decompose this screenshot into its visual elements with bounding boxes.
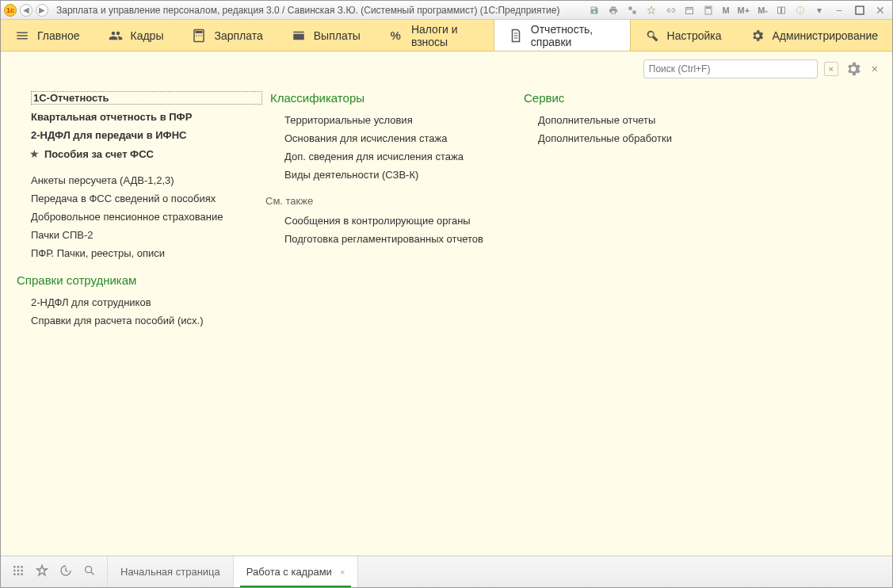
menu-icon	[15, 29, 29, 43]
main-nav: Главное Кадры Зарплата Выплаты % Налоги …	[1, 20, 892, 52]
link-extra-reports[interactable]: Дополнительные отчеты	[538, 114, 761, 126]
nav-label: Выплаты	[314, 29, 361, 42]
nav-main[interactable]: Главное	[1, 20, 94, 51]
link-territorial[interactable]: Территориальные условия	[284, 114, 516, 126]
svg-rect-9	[196, 31, 203, 33]
nav-label: Налоги и взносы	[411, 23, 479, 48]
column-classifiers: Классификаторы Территориальные условия О…	[270, 91, 516, 245]
link-fss-transfer[interactable]: Передача в ФСС сведений о пособиях	[31, 193, 262, 204]
toolbar-print-icon[interactable]	[606, 4, 620, 17]
toolbar-dropdown-icon[interactable]: ▾	[812, 4, 826, 17]
toolbar-calc-icon[interactable]	[701, 4, 716, 17]
nav-label: Зарплата	[214, 29, 262, 42]
link-extra-processing[interactable]: Дополнительные обработки	[538, 132, 761, 144]
search-clear-button[interactable]: ×	[824, 62, 838, 76]
column-reports: 1С-Отчетность Квартальная отчетность в П…	[17, 91, 262, 326]
svg-rect-4	[782, 7, 785, 13]
svg-text:%: %	[390, 29, 400, 42]
window-minimize-button[interactable]: –	[831, 4, 847, 17]
svg-point-10	[197, 35, 198, 36]
link-voluntary-pension[interactable]: Добровольное пенсионное страхование	[31, 211, 262, 223]
toolbar-link-icon[interactable]	[663, 4, 677, 17]
nav-admin[interactable]: Администрирование	[736, 20, 893, 51]
svg-point-19	[21, 570, 23, 572]
search-input[interactable]	[647, 63, 814, 75]
wallet-icon	[292, 29, 306, 43]
panel-close-button[interactable]: ×	[868, 63, 881, 75]
search-icon[interactable]	[83, 564, 96, 579]
wrench-icon	[645, 29, 659, 43]
nav-taxes[interactable]: % Налоги и взносы	[375, 20, 494, 51]
link-activity-szvk[interactable]: Виды деятельности (СЗВ-К)	[284, 169, 516, 181]
toolbar-panels-icon[interactable]	[774, 4, 788, 17]
toolbar-mplus-button[interactable]: M+	[736, 4, 752, 17]
link-tenure-grounds[interactable]: Основания для исчисления стажа	[284, 132, 516, 144]
link-tenure-extra[interactable]: Доп. сведения для исчисления стажа	[284, 151, 516, 162]
nav-label: Настройка	[667, 29, 722, 42]
svg-text:i: i	[800, 7, 800, 13]
gear-icon	[750, 29, 765, 43]
svg-rect-2	[706, 7, 711, 9]
svg-rect-3	[778, 7, 781, 13]
apps-icon[interactable]	[12, 564, 25, 579]
nav-label: Отчетность, справки	[531, 23, 616, 48]
toolbar-save-icon[interactable]	[587, 4, 601, 17]
nav-back-icon[interactable]: ◀	[20, 4, 32, 17]
tab-label: Начальная страница	[120, 566, 220, 578]
star-icon: ★	[29, 147, 40, 160]
tab-start-page[interactable]: Начальная страница	[108, 556, 234, 587]
window-close-button[interactable]: ✕	[872, 4, 888, 17]
svg-point-12	[201, 35, 203, 36]
nav-label: Кадры	[131, 29, 164, 42]
link-2ndfl-employees[interactable]: 2-НДФЛ для сотрудников	[31, 296, 262, 308]
link-spv2[interactable]: Пачки СПВ-2	[31, 229, 262, 241]
favorite-icon[interactable]	[36, 564, 48, 579]
nav-settings[interactable]: Настройка	[631, 20, 736, 51]
nav-payments[interactable]: Выплаты	[277, 20, 375, 51]
window-titlebar: 1c ◀ ▶ Зарплата и управление персоналом,…	[1, 1, 892, 20]
toolbar-info-icon[interactable]: i	[793, 4, 807, 17]
tab-hr-work[interactable]: Работа с кадрами ×	[234, 556, 359, 587]
svg-point-15	[17, 566, 20, 568]
nav-salary[interactable]: Зарплата	[177, 20, 277, 51]
document-icon	[509, 29, 523, 43]
link-2ndfl-ifns[interactable]: 2-НДФЛ для передачи в ИФНС	[31, 129, 262, 141]
toolbar-favorite-icon[interactable]	[644, 4, 658, 17]
calculator-icon	[192, 29, 206, 43]
toolbar-mminus-button[interactable]: M-	[756, 4, 769, 17]
svg-point-21	[17, 573, 20, 575]
link-benefit-refs[interactable]: Справки для расчета пособий (исх.)	[31, 315, 262, 326]
link-regulated-reports[interactable]: Подготовка регламентированных отчетов	[284, 233, 516, 245]
svg-point-22	[21, 573, 23, 575]
section-classifiers: Классификаторы	[270, 91, 516, 105]
section-employee-refs: Справки сотрудникам	[17, 273, 262, 287]
svg-point-17	[13, 570, 16, 572]
column-service: Сервис Дополнительные отчеты Дополнитель…	[524, 91, 761, 144]
svg-point-18	[17, 570, 20, 572]
link-1c-reporting[interactable]: 1С-Отчетность	[31, 91, 262, 105]
link-pfr-packs[interactable]: ПФР. Пачки, реестры, описи	[31, 247, 262, 259]
nav-forward-icon[interactable]: ▶	[36, 4, 48, 17]
link-adv-forms[interactable]: Анкеты персучета (АДВ-1,2,3)	[31, 174, 262, 186]
tab-close-icon[interactable]: ×	[340, 567, 345, 577]
nav-reports[interactable]: Отчетность, справки	[494, 20, 631, 51]
link-fss-benefits[interactable]: Пособия за счет ФСС	[44, 148, 154, 160]
window-maximize-button[interactable]	[852, 4, 868, 17]
content-area: × × 1С-Отчетность Квартальная отчетность…	[1, 52, 892, 556]
nav-personnel[interactable]: Кадры	[94, 20, 178, 51]
svg-point-20	[13, 573, 16, 575]
search-box[interactable]	[643, 59, 818, 78]
nav-label: Главное	[37, 29, 80, 42]
link-authority-msgs[interactable]: Сообщения в контролирующие органы	[284, 215, 516, 227]
percent-icon: %	[389, 29, 403, 43]
settings-gear-icon[interactable]	[845, 60, 862, 78]
history-icon[interactable]	[59, 564, 72, 579]
nav-label: Администрирование	[773, 29, 879, 42]
link-quarterly-pfr[interactable]: Квартальная отчетность в ПФР	[31, 111, 262, 123]
svg-point-23	[86, 567, 92, 573]
toolbar-calendar-icon[interactable]	[682, 4, 696, 17]
svg-point-11	[199, 35, 200, 36]
toolbar-m-button[interactable]: M	[720, 4, 731, 17]
svg-point-16	[21, 566, 23, 568]
toolbar-compare-icon[interactable]	[625, 4, 639, 17]
